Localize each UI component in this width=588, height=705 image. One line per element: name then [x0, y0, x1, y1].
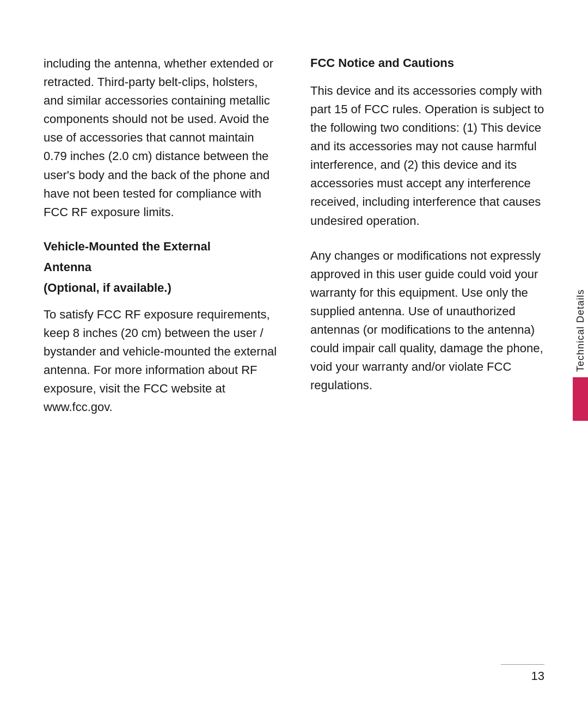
vehicle-subheading: (Optional, if available.) — [44, 279, 278, 297]
right-column: FCC Notice and Cautions This device and … — [310, 54, 544, 596]
vehicle-section-heading: Vehicle-Mounted the External Antenna — [44, 238, 278, 279]
sidebar-tab-label: Technical Details — [575, 284, 586, 371]
fcc-heading: FCC Notice and Cautions — [310, 54, 544, 72]
footer-divider — [501, 664, 544, 665]
vehicle-heading-line2: Antenna — [44, 259, 278, 276]
fcc-paragraph-2: Any changes or modifications not express… — [310, 247, 544, 395]
page-number: 13 — [531, 669, 544, 683]
two-column-layout: including the antenna, whether extended … — [0, 33, 588, 618]
page-footer: 13 — [501, 664, 544, 683]
left-intro-text: including the antenna, whether extended … — [44, 54, 278, 222]
vehicle-body-text: To satisfy FCC RF exposure requirements,… — [44, 305, 278, 417]
vehicle-heading-line1: Vehicle-Mounted the External — [44, 238, 278, 255]
sidebar-tab-bar — [573, 377, 588, 421]
page-container: including the antenna, whether extended … — [0, 0, 588, 705]
left-column: including the antenna, whether extended … — [44, 54, 278, 596]
fcc-paragraph-1: This device and its accessories comply w… — [310, 82, 544, 230]
sidebar-tab: Technical Details — [573, 284, 588, 420]
